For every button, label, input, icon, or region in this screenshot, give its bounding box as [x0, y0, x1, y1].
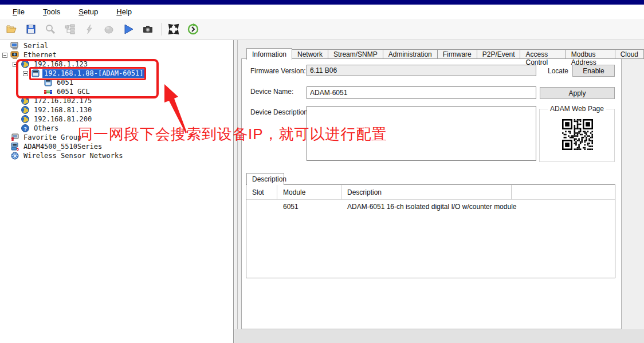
- search-icon: [44, 22, 57, 36]
- detail-panel-footer: [234, 329, 644, 343]
- device-tree-panel: SerialEthernet192.168.1.123192.168.1.88-…: [0, 40, 234, 343]
- adam4500-icon: 5: [10, 143, 19, 151]
- expand-icon[interactable]: [167, 22, 180, 36]
- detail-tabstrip: InformationNetworkStream/SNMPAdministrat…: [246, 48, 644, 59]
- tree-item-label: 192.168.1.123: [32, 60, 89, 69]
- column-header-slot[interactable]: Slot: [246, 185, 277, 199]
- favorite-icon: [10, 133, 19, 141]
- play-icon[interactable]: [121, 22, 135, 36]
- device-description-label: Device Description:: [250, 108, 309, 116]
- tab-stream-snmp[interactable]: Stream/SNMP: [328, 49, 383, 59]
- device-name-field[interactable]: [307, 86, 536, 99]
- module-table-header: SlotModuleDescription: [246, 185, 615, 200]
- tree-expander-icon[interactable]: [23, 71, 28, 76]
- tree-item-label: Others: [32, 124, 60, 133]
- tab-p2p-event[interactable]: P2P/Event: [477, 49, 521, 59]
- device-description-field[interactable]: [307, 106, 536, 161]
- tab-firmware[interactable]: Firmware: [438, 49, 477, 59]
- tree-item-label: Serial: [22, 42, 50, 50]
- locate-label: Locate: [548, 67, 568, 75]
- module-table: SlotModuleDescription 6051ADAM-6051 16-c…: [246, 184, 615, 278]
- menu-bar: FileToolsSetupHelp: [0, 5, 644, 19]
- tab-network[interactable]: Network: [292, 49, 328, 59]
- locate-enable-button[interactable]: Enable: [572, 65, 615, 77]
- menu-setup[interactable]: Setup: [73, 6, 104, 17]
- tree-item-6051[interactable]: 6051: [0, 78, 233, 87]
- globe-icon: [21, 115, 30, 123]
- table-cell: 6051: [277, 203, 341, 211]
- panel-splitter[interactable]: [237, 40, 238, 343]
- device-tree: SerialEthernet192.168.1.123192.168.1.88-…: [0, 41, 233, 160]
- tree-item-label: 172.16.102.175: [32, 97, 93, 105]
- printer-icon: [102, 22, 116, 36]
- tree-item-label: Ethernet: [22, 51, 58, 60]
- menu-help[interactable]: Help: [111, 6, 138, 17]
- tree-item-192-168-1-88-adam-6051-[interactable]: 192.168.1.88-[ADAM-6051]: [0, 69, 233, 78]
- tree-item-6051-gcl[interactable]: 6051 GCL: [0, 87, 233, 96]
- tree-expander-icon[interactable]: [2, 53, 7, 58]
- tree-item-192-168-1-123[interactable]: 192.168.1.123: [0, 60, 233, 69]
- tree-item-serial[interactable]: Serial: [0, 41, 233, 50]
- save-icon[interactable]: [24, 22, 38, 36]
- tree-item-192-168-81-130[interactable]: 192.168.81.130: [0, 105, 233, 115]
- svg-text:5: 5: [17, 147, 19, 151]
- adam-utility-window: { "menu": { "items": [ { "label": "File"…: [0, 0, 644, 343]
- tree-item-172-16-102-175[interactable]: 172.16.102.175: [0, 96, 233, 105]
- firmware-version-field[interactable]: [307, 65, 536, 76]
- tree-item-ethernet[interactable]: Ethernet: [0, 50, 233, 60]
- menu-tools[interactable]: Tools: [37, 6, 66, 17]
- others-icon: ?: [21, 124, 30, 132]
- tree-item-label: 192.168.1.88-[ADAM-6051]: [42, 69, 145, 78]
- serial-icon: [10, 42, 19, 50]
- camera-icon[interactable]: [141, 22, 155, 36]
- adam-web-page-label: ADAM Web Page: [548, 105, 606, 113]
- tree-item-label: 6051 GCL: [55, 88, 92, 96]
- title-bar: [0, 0, 644, 5]
- table-row[interactable]: 6051ADAM-6051 16-ch isolated digital I/O…: [246, 200, 615, 214]
- globe-icon: [21, 97, 30, 105]
- column-header-description[interactable]: Description: [341, 185, 512, 199]
- table-cell: ADAM-6051 16-ch isolated digital I/O w/c…: [341, 203, 512, 211]
- tab-cloud[interactable]: Cloud: [615, 49, 644, 59]
- tree-item-others[interactable]: ?Others: [0, 124, 233, 133]
- open-folder-icon[interactable]: [5, 22, 18, 36]
- tab-access-control[interactable]: Access Control: [520, 49, 566, 59]
- tree-item-label: 6051: [55, 78, 75, 87]
- qr-code: [562, 119, 593, 150]
- globe-icon: [21, 60, 30, 68]
- tree-item-favorite-group[interactable]: Favorite Group: [0, 133, 233, 142]
- ethernet-icon: [10, 51, 19, 59]
- tree-item-adam4500-5510series[interactable]: 5ADAM4500_5510Series: [0, 142, 233, 151]
- globe-icon: [21, 106, 30, 114]
- device-name-label: Device Name:: [250, 88, 293, 96]
- menu-file[interactable]: File: [7, 6, 30, 17]
- tree-item-label: 192.168.81.130: [32, 106, 93, 115]
- tree-item-label: Wireless Sensor Networks: [22, 152, 124, 160]
- description-tab[interactable]: Description: [246, 173, 284, 185]
- tab-modbus-address[interactable]: Modbus Address: [566, 49, 615, 59]
- hierarchy-icon: [63, 22, 77, 36]
- device-icon: [44, 78, 53, 86]
- toolbar: [0, 19, 644, 40]
- tree-item-label: ADAM4500_5510Series: [22, 143, 104, 151]
- lightning-icon: [83, 22, 96, 36]
- tab-administration[interactable]: Administration: [383, 49, 438, 59]
- apply-button[interactable]: Apply: [540, 87, 615, 99]
- module-table-body: 6051ADAM-6051 16-ch isolated digital I/O…: [246, 200, 615, 214]
- gcl-icon: [44, 88, 53, 96]
- column-header-module[interactable]: Module: [277, 185, 341, 199]
- tree-item-wireless-sensor-networks[interactable]: Wireless Sensor Networks: [0, 151, 233, 160]
- toolbar-separator: [162, 23, 162, 36]
- device-icon: [31, 69, 40, 77]
- tree-item-label: Favorite Group: [22, 133, 83, 142]
- firmware-version-label: Firmware Version:: [250, 67, 306, 75]
- tree-item-192-168-81-200[interactable]: 192.168.81.200: [0, 115, 233, 124]
- adam-web-page-groupbox: ADAM Web Page: [539, 109, 615, 162]
- wireless-icon: [10, 152, 19, 160]
- tab-information[interactable]: Information: [246, 48, 292, 60]
- svg-text:?: ?: [23, 126, 27, 132]
- tree-expander-icon[interactable]: [13, 62, 18, 67]
- refresh-icon[interactable]: [186, 22, 200, 36]
- tree-item-label: 192.168.81.200: [32, 115, 93, 124]
